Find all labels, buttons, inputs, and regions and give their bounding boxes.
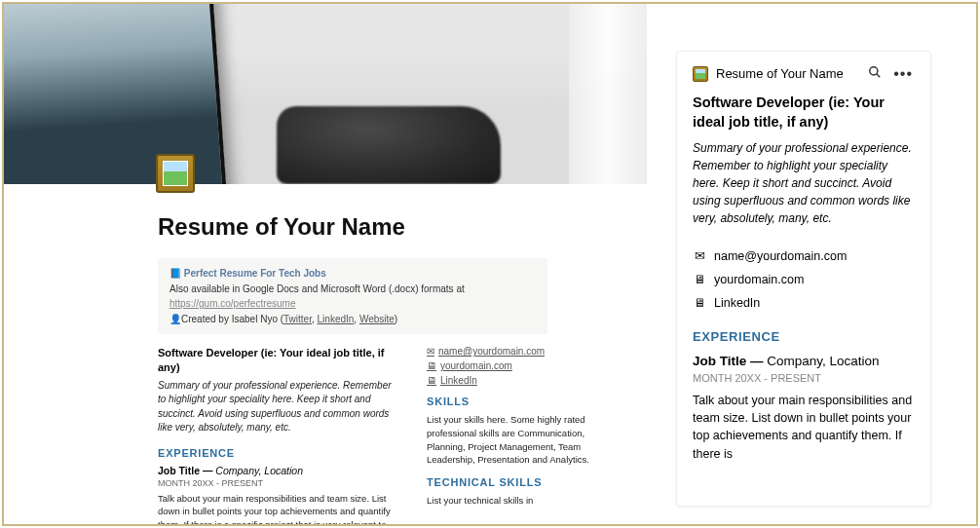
section-skills: SKILLS [427,396,602,407]
info-line2a: Also available in Google Docs and Micros… [170,282,536,297]
info-line1: Perfect Resume For Tech Jobs [184,268,326,279]
desktop-preview: Resume of Your Name 📘 Perfect Resume For… [4,4,647,524]
email-icon: ✉ [427,346,434,357]
linkedin-icon: 🖥 [427,375,436,386]
job-body: Talk about your main responsibilities an… [693,392,915,463]
contact-web[interactable]: 🖥 yourdomain.com [693,273,915,286]
section-tech-skills: TECHNICAL SKILLS [427,476,602,488]
page-icon[interactable] [156,154,195,193]
twitter-link[interactable]: Twitter [283,314,312,324]
contact-web[interactable]: 🖥 yourdomain.com [427,360,602,371]
job-line: Job Title — Company, Location [693,354,915,368]
website-link[interactable]: Website [359,314,395,324]
summary-text: Summary of your professional experience.… [693,139,915,227]
more-icon[interactable]: ••• [891,66,915,82]
job-date: MONTH 20XX - PRESENT [158,478,401,488]
info-card: 📘 Perfect Resume For Tech Jobs Also avai… [158,258,547,334]
search-icon[interactable] [866,65,884,82]
summary-text: Summary of your professional experience.… [158,379,401,435]
mobile-preview: Resume of Your Name ••• Software Develop… [676,51,931,507]
skills-body: List your skills here. Some highly rated… [427,413,602,467]
page-title: Resume of Your Name [158,213,647,241]
ideal-job-title: Software Developer (ie: Your ideal job t… [158,346,401,375]
contact-email[interactable]: ✉ name@yourdomain.com [693,248,915,263]
contact-linkedin[interactable]: 🖥 LinkedIn [693,296,915,310]
section-experience: EXPERIENCE [693,329,915,344]
job-date: MONTH 20XX - PRESENT [693,372,915,384]
contact-linkedin[interactable]: 🖥 LinkedIn [427,375,602,386]
tech-body: List your technical skills in [427,494,602,508]
contact-email[interactable]: ✉ name@yourdomain.com [427,346,602,357]
info-link[interactable]: https://gum.co/perfectresume [170,298,296,309]
page-title: Resume of Your Name [716,66,858,81]
page-icon[interactable] [693,66,708,82]
web-icon: 🖥 [427,360,436,371]
job-body: Talk about your main responsibilities an… [158,492,401,524]
linkedin-icon: 🖥 [693,296,706,310]
svg-line-1 [877,74,881,78]
job-line: Job Title — Company, Location [158,465,401,476]
linkedin-link[interactable]: LinkedIn [318,314,355,324]
info-created: Created by Isabel Nyo ( [181,314,283,324]
ideal-job-title: Software Developer (ie: Your ideal job t… [693,94,915,132]
cover-image [4,4,647,184]
svg-point-0 [870,67,878,75]
email-icon: ✉ [693,248,706,263]
section-experience: EXPERIENCE [158,447,401,459]
web-icon: 🖥 [693,273,706,286]
